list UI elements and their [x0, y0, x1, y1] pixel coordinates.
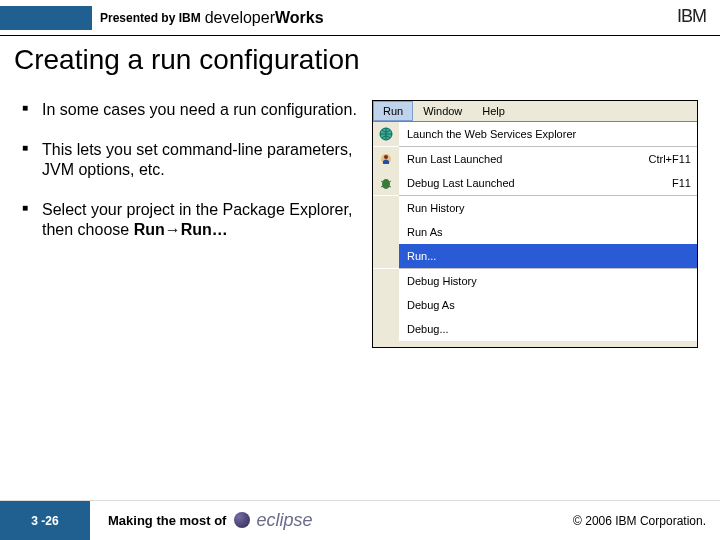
footer-subtitle: Making the most of eclipse [90, 510, 312, 531]
menu-item-run-as[interactable]: Run As [373, 220, 697, 244]
content-area: In some cases you need a run configurati… [0, 82, 720, 348]
menubar: Run Window Help [373, 101, 697, 121]
slide-title: Creating a run configuration [0, 36, 720, 82]
menu-item-run-last[interactable]: Run Last Launched Ctrl+F11 [373, 147, 697, 171]
menu-item-run-history[interactable]: Run History [373, 196, 697, 220]
menu-item-debug-history[interactable]: Debug History [373, 269, 697, 293]
page-number: 3 -26 [0, 501, 90, 540]
menu-item-debug[interactable]: Debug... [373, 317, 697, 341]
menu-screenshot: Run Window Help Launch the Web Services … [372, 100, 698, 348]
dropdown-menu: Launch the Web Services Explorer Run Las… [373, 121, 697, 347]
shortcut-label: F11 [664, 177, 691, 189]
bullet-item: In some cases you need a run configurati… [16, 100, 364, 120]
svg-point-3 [382, 179, 390, 189]
eclipse-logo: eclipse [234, 510, 312, 531]
svg-point-2 [384, 155, 388, 159]
copyright-text: © 2006 IBM Corporation. [573, 514, 706, 528]
brand-part2: Works [275, 9, 324, 27]
presented-by: Presented by IBM [100, 11, 201, 25]
bullet-list: In some cases you need a run configurati… [16, 100, 364, 348]
menu-item-debug-as[interactable]: Debug As [373, 293, 697, 317]
bullet-item: Select your project in the Package Explo… [16, 200, 364, 240]
menu-window[interactable]: Window [413, 101, 472, 121]
run-icon [373, 147, 399, 171]
menu-help[interactable]: Help [472, 101, 515, 121]
ibm-logo: IBM [677, 6, 706, 27]
menu-item-run[interactable]: Run... [373, 244, 697, 268]
header-bar: Presented by IBM developerWorks IBM [0, 0, 720, 36]
menu-item-launch-wse[interactable]: Launch the Web Services Explorer [373, 122, 697, 146]
menu-item-debug-last[interactable]: Debug Last Launched F11 [373, 171, 697, 195]
header-accent [0, 6, 92, 30]
footer-bar: 3 -26 Making the most of eclipse © 2006 … [0, 500, 720, 540]
debug-icon [373, 171, 399, 195]
menu-bottom-pad [373, 341, 697, 347]
menu-run[interactable]: Run [373, 101, 413, 121]
bullet-item: This lets you set command-line parameter… [16, 140, 364, 180]
brand-part1: developer [205, 9, 275, 27]
globe-icon [373, 122, 399, 146]
shortcut-label: Ctrl+F11 [641, 153, 692, 165]
